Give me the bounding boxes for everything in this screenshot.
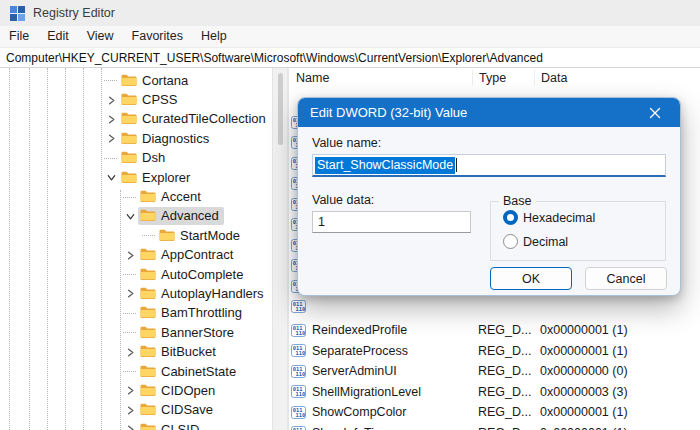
chevron-right-icon[interactable]: [124, 384, 137, 397]
menu-item-edit[interactable]: Edit: [38, 26, 78, 47]
value-type: REG_D...: [472, 405, 534, 419]
tree-expander[interactable]: [104, 131, 119, 146]
value-name-input[interactable]: Start_ShowClassicMode: [312, 154, 666, 177]
tree-expander[interactable]: [123, 248, 138, 263]
tree-expander[interactable]: [104, 170, 119, 185]
folder-icon: [140, 384, 156, 397]
list-row-showinfotip[interactable]: 011110ShowInfoTipREG_D...0x00000001 (1): [289, 423, 700, 430]
chevron-right-icon[interactable]: [105, 113, 118, 126]
chevron-right-icon[interactable]: [124, 404, 137, 417]
chevron-right-icon[interactable]: [124, 423, 137, 430]
chevron-right-icon[interactable]: [105, 132, 118, 145]
tree-item-label: AutoComplete: [161, 267, 243, 282]
list-row-shellmigrationlevel[interactable]: 011110ShellMigrationLevelREG_D...0x00000…: [289, 382, 700, 402]
tree-item-label: StartMode: [180, 228, 240, 243]
scrollbar-thumb[interactable]: [278, 73, 283, 145]
menu-item-file[interactable]: File: [0, 26, 38, 47]
tree-item-content: CabinetState: [138, 363, 241, 381]
tree-item-content: CPSS: [119, 91, 182, 109]
value-type: REG_D...: [472, 364, 534, 378]
list-row-reindexedprofile[interactable]: 011110ReindexedProfileREG_D...0x00000001…: [289, 320, 700, 340]
value-data-input[interactable]: 1: [312, 211, 471, 233]
value-data: 0x00000001 (1): [534, 405, 700, 419]
tree-item-dsh[interactable]: Dsh: [0, 149, 272, 168]
cancel-button[interactable]: Cancel: [585, 267, 667, 290]
tree-item-curatedtilecollection[interactable]: CuratedTileCollection: [0, 110, 272, 129]
folder-icon: [140, 268, 156, 281]
tree-item-advanced[interactable]: Advanced: [0, 207, 272, 226]
radio-button-icon[interactable]: [503, 234, 518, 249]
tree-item-label: Advanced: [161, 208, 219, 223]
chevron-right-icon[interactable]: [105, 94, 118, 107]
tree-expander[interactable]: [104, 93, 119, 108]
folder-icon: [159, 229, 175, 242]
menu-item-view[interactable]: View: [78, 26, 123, 47]
tree-expander[interactable]: [123, 383, 138, 398]
close-icon[interactable]: [642, 102, 668, 124]
folder-icon: [121, 171, 137, 184]
tree-item-cortana[interactable]: Cortana: [0, 71, 272, 90]
svg-text:110: 110: [296, 391, 306, 397]
chevron-right-icon[interactable]: [124, 287, 137, 300]
column-header-type[interactable]: Type: [472, 70, 534, 86]
tree-item-cpss[interactable]: CPSS: [0, 90, 272, 109]
column-header-name[interactable]: Name: [289, 70, 472, 86]
menu-item-help[interactable]: Help: [192, 26, 236, 47]
tree-item-startmode[interactable]: StartMode: [0, 226, 272, 245]
value-name: ShellMigrationLevel: [308, 385, 472, 399]
chevron-down-icon[interactable]: [124, 210, 137, 223]
tree-item-cidsave[interactable]: CIDSave: [0, 401, 272, 420]
tree-item-content: CIDOpen: [138, 382, 220, 400]
address-path: Computer\HKEY_CURRENT_USER\Software\Micr…: [6, 51, 543, 65]
menu-item-favorites[interactable]: Favorites: [123, 26, 192, 47]
tree-expander[interactable]: [123, 403, 138, 418]
radio-button-icon[interactable]: [503, 210, 518, 225]
chevron-down-icon[interactable]: [105, 171, 118, 184]
tree-item-clsid[interactable]: CLSID: [0, 420, 272, 430]
tree-item-bamthrottling[interactable]: BamThrottling: [0, 304, 272, 323]
chevron-right-icon[interactable]: [124, 249, 137, 262]
tree-item-accent[interactable]: Accent: [0, 187, 272, 206]
list-row-separateprocess[interactable]: 011110SeparateProcessREG_D...0x00000001 …: [289, 341, 700, 361]
tree-expander[interactable]: [123, 286, 138, 301]
value-icon-cell: 011110: [291, 385, 308, 398]
tree-item-bitbucket[interactable]: BitBucket: [0, 342, 272, 361]
radio-hexadecimal[interactable]: Hexadecimal: [503, 210, 595, 225]
tree-expander[interactable]: [123, 422, 138, 430]
radio-decimal[interactable]: Decimal: [503, 234, 568, 249]
tree-item-content: Accent: [138, 188, 206, 206]
tree-item-autoplayhandlers[interactable]: AutoplayHandlers: [0, 284, 272, 303]
column-header-data[interactable]: Data: [534, 70, 700, 86]
list-row-obscured[interactable]: 011110: [289, 297, 700, 317]
value-data: 0x00000001 (1): [534, 344, 700, 358]
list-row-showcompcolor[interactable]: 011110ShowCompColorREG_D...0x00000001 (1…: [289, 402, 700, 422]
tree-item-appcontract[interactable]: AppContract: [0, 246, 272, 265]
value-name: ServerAdminUI: [308, 364, 472, 378]
folder-icon: [121, 132, 137, 145]
menu-bar: FileEditViewFavoritesHelp: [0, 26, 700, 48]
chevron-right-icon[interactable]: [124, 346, 137, 359]
tree-connector-line: [123, 332, 136, 333]
folder-icon: [121, 74, 137, 87]
svg-text:110: 110: [296, 350, 306, 356]
tree-item-bannerstore[interactable]: BannerStore: [0, 323, 272, 342]
address-bar[interactable]: Computer\HKEY_CURRENT_USER\Software\Micr…: [0, 48, 700, 68]
tree-item-label: BannerStore: [161, 325, 234, 340]
tree-item-label: CuratedTileCollection: [142, 111, 266, 126]
tree-expander[interactable]: [123, 345, 138, 360]
value-name: SeparateProcess: [308, 344, 472, 358]
tree-expander[interactable]: [123, 209, 138, 224]
tree-item-cabinetstate[interactable]: CabinetState: [0, 362, 272, 381]
tree-item-content: CLSID: [138, 421, 204, 430]
list-row-serveradminui[interactable]: 011110ServerAdminUIREG_D...0x00000000 (0…: [289, 361, 700, 381]
folder-icon: [140, 423, 156, 430]
tree-item-cidopen[interactable]: CIDOpen: [0, 381, 272, 400]
tree-item-explorer[interactable]: Explorer: [0, 168, 272, 187]
tree-item-autocomplete[interactable]: AutoComplete: [0, 265, 272, 284]
ok-button[interactable]: OK: [490, 267, 572, 290]
tree-item-diagnostics[interactable]: Diagnostics: [0, 129, 272, 148]
tree-vertical-scrollbar[interactable]: [272, 68, 287, 430]
tree-expander[interactable]: [104, 112, 119, 127]
value-icon-cell: 011110: [291, 426, 308, 430]
value-name: ReindexedProfile: [308, 323, 472, 337]
